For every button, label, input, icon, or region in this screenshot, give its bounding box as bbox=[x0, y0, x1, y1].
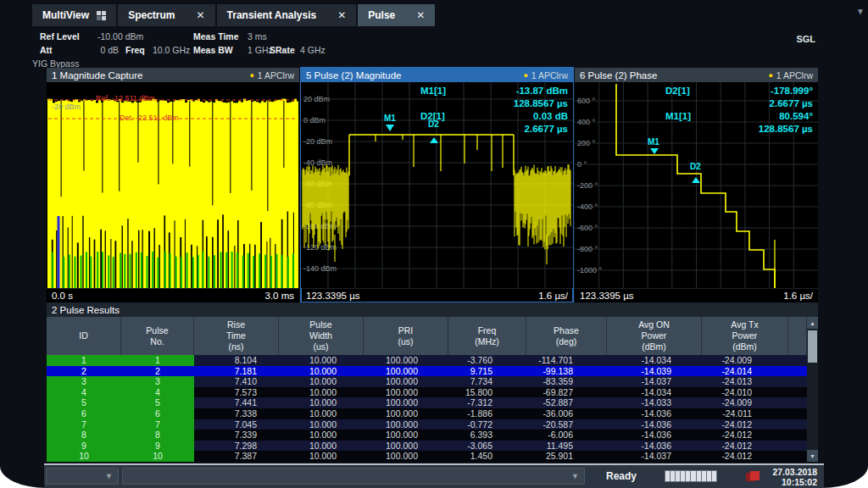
header-value[interactable]: 4 GHz bbox=[300, 44, 326, 57]
marker-name: M1[1] bbox=[420, 85, 473, 97]
multiview-grid-icon bbox=[97, 11, 106, 20]
table-row[interactable]: 667.33810.000100.000-1.886-36.006-14.036… bbox=[47, 408, 807, 419]
value-cell: 7.045 bbox=[194, 419, 279, 430]
column-header[interactable]: PRI (us) bbox=[364, 317, 448, 355]
marker-name: M1[1] bbox=[665, 110, 718, 123]
tab-pulse[interactable]: Pulse✕ bbox=[358, 4, 435, 26]
window1-x-axis: 0.0 s 3.0 ms bbox=[47, 288, 299, 302]
id-cell: 2 bbox=[47, 366, 121, 377]
clock-icon bbox=[746, 471, 760, 482]
column-header[interactable]: ID bbox=[47, 317, 121, 355]
tab-label: Spectrum bbox=[128, 9, 175, 21]
table-row[interactable]: 337.41010.000100.0007.734-83.359-14.037-… bbox=[47, 376, 807, 387]
header-value[interactable]: 10.0 GHz bbox=[153, 44, 190, 57]
marker-value: 80.594° bbox=[718, 110, 813, 123]
header-label: Att bbox=[40, 44, 53, 57]
column-header[interactable]: Freq (MHz) bbox=[448, 317, 526, 355]
marker-value: 128.8567 µs bbox=[473, 97, 568, 110]
chevron-down-icon: ▼ bbox=[105, 472, 113, 480]
trace1-dot-icon: ● bbox=[523, 71, 527, 80]
value-cell: -14.036 bbox=[607, 408, 702, 419]
value-cell: 100.000 bbox=[364, 408, 448, 419]
column-header[interactable]: Phase (deg) bbox=[526, 317, 607, 355]
value-cell: -14.039 bbox=[607, 366, 702, 377]
close-tab-icon[interactable]: ✕ bbox=[416, 9, 425, 21]
tab-spectrum[interactable]: Spectrum✕ bbox=[118, 4, 214, 26]
ref-line-label: Ref. -12.511 dBm bbox=[96, 94, 155, 103]
value-cell: 100.000 bbox=[364, 430, 448, 441]
header-value[interactable]: 3 ms bbox=[248, 30, 267, 43]
table-row[interactable]: 118.10410.000100.000-3.760-114.701-14.03… bbox=[47, 355, 807, 366]
message-field[interactable]: ▼ bbox=[122, 468, 585, 485]
header-label: SRate bbox=[270, 44, 295, 57]
value-cell: -99.138 bbox=[526, 366, 607, 377]
table-row[interactable]: 447.57310.000100.00015.800-69.827-14.034… bbox=[47, 387, 807, 398]
tab-overflow-icon[interactable]: ▼ bbox=[856, 0, 865, 22]
id-cell: 8 bbox=[121, 430, 194, 441]
marker-name: D2[1] bbox=[420, 110, 473, 123]
svg-text:200 °: 200 ° bbox=[577, 139, 596, 147]
svg-text:-600 °: -600 ° bbox=[577, 224, 598, 232]
value-cell: 7.573 bbox=[194, 387, 279, 398]
table-row[interactable]: 10107.38710.000100.0001.45025.901-14.037… bbox=[47, 451, 807, 462]
window-pulse-phase: 6 Pulse (2) Phase ● 1 APClrw 600 °400 °2… bbox=[575, 68, 818, 302]
value-cell: 7.339 bbox=[194, 430, 279, 441]
value-cell: 10.000 bbox=[279, 366, 364, 377]
marker-name bbox=[420, 97, 473, 110]
results-scrollbar[interactable]: ▲ ▼ bbox=[807, 317, 818, 462]
id-cell: 7 bbox=[47, 419, 121, 430]
window6-plot: 600 °400 °200 °0 °-200 °-400 °-600 °-800… bbox=[575, 82, 818, 288]
value-cell: 100.000 bbox=[364, 451, 448, 462]
id-cell: 1 bbox=[47, 355, 121, 366]
header-value[interactable]: 0 dB bbox=[61, 44, 119, 57]
w1-x-start: 0.0 s bbox=[52, 291, 73, 301]
window6-trace-legend: ● 1 APClrw bbox=[768, 70, 813, 80]
id-cell: 5 bbox=[47, 397, 121, 408]
sweep-progress-bar bbox=[665, 470, 717, 482]
value-cell: 10.000 bbox=[279, 397, 364, 408]
value-cell: 10.000 bbox=[279, 441, 364, 452]
value-cell: 10.000 bbox=[279, 355, 364, 366]
scroll-up-icon[interactable]: ▲ bbox=[807, 317, 818, 329]
window6-titlebar[interactable]: 6 Pulse (2) Phase ● 1 APClrw bbox=[575, 68, 818, 82]
value-cell: -24.014 bbox=[702, 366, 788, 377]
status-dropdown[interactable]: ▼ bbox=[46, 468, 119, 485]
value-cell: -24.011 bbox=[702, 408, 788, 419]
scroll-down-icon[interactable]: ▼ bbox=[807, 450, 818, 462]
value-cell: -24.012 bbox=[702, 430, 788, 441]
svg-text:-140 dBm: -140 dBm bbox=[303, 264, 337, 273]
value-cell: 100.000 bbox=[364, 441, 448, 452]
analyzer-screen: MultiViewSpectrum✕Transient Analysis✕Pul… bbox=[0, 0, 868, 488]
value-cell: -20.587 bbox=[526, 419, 607, 430]
table-row[interactable]: 777.04510.000100.000-0.772-20.587-14.036… bbox=[47, 419, 807, 430]
value-cell: -14.033 bbox=[607, 397, 702, 408]
window5-x-axis: 123.3395 µs 1.6 µs/ bbox=[301, 288, 573, 302]
window5-titlebar[interactable]: 5 Pulse (2) Magnitude ● 1 APClrw bbox=[301, 68, 573, 82]
value-cell: 6.393 bbox=[448, 430, 526, 441]
table-row[interactable]: 997.29810.000100.000-3.06511.495-14.036-… bbox=[47, 441, 807, 452]
id-cell: 3 bbox=[121, 376, 194, 387]
window1-titlebar[interactable]: 1 Magnitude Capture ● 1 APClrw bbox=[47, 68, 299, 82]
close-tab-icon[interactable]: ✕ bbox=[196, 9, 204, 21]
column-header[interactable]: Avg ON Power (dBm) bbox=[607, 317, 702, 355]
tab-label: MultiView bbox=[42, 9, 89, 21]
window5-trace-legend: ● 1 APClrw bbox=[523, 70, 568, 80]
column-header[interactable]: Pulse No. bbox=[121, 317, 194, 355]
scrollbar-thumb[interactable] bbox=[808, 330, 817, 363]
id-cell: 5 bbox=[121, 397, 194, 408]
value-cell: -7.312 bbox=[448, 397, 526, 408]
table-row[interactable]: 557.44110.000100.000-7.312-52.887-14.033… bbox=[47, 397, 807, 408]
header-value[interactable]: -10.00 dBm bbox=[97, 30, 143, 43]
column-header[interactable]: Rise Time (ns) bbox=[194, 317, 279, 355]
tab-multiview[interactable]: MultiView bbox=[32, 4, 116, 26]
tab-transient-analysis[interactable]: Transient Analysis✕ bbox=[217, 4, 357, 26]
value-cell: -1.886 bbox=[448, 408, 526, 419]
close-tab-icon[interactable]: ✕ bbox=[337, 9, 346, 21]
column-header[interactable]: Pulse Width (us) bbox=[279, 317, 364, 355]
svg-text:-200 °: -200 ° bbox=[577, 181, 598, 190]
column-header[interactable]: Avg Tx Power (dBm) bbox=[702, 317, 788, 355]
table-row[interactable]: 887.33910.000100.0006.393-6.006-14.036-2… bbox=[47, 430, 807, 441]
table-row[interactable]: 227.18110.000100.0009.715-99.138-14.039-… bbox=[47, 366, 807, 377]
marker-name bbox=[420, 123, 473, 136]
value-cell: -36.006 bbox=[526, 408, 607, 419]
